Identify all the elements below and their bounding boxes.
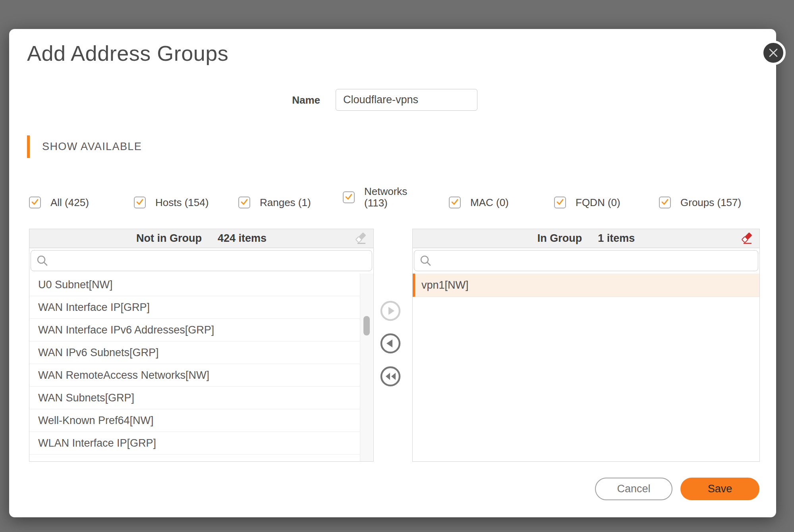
filter-label: FQDN (0): [576, 197, 620, 209]
section-title: SHOW AVAILABLE: [42, 141, 142, 153]
not-in-group-header: Not in Group 424 items: [29, 229, 373, 248]
list-item[interactable]: WAN Interface IPv6 Addresses[GRP]: [29, 319, 360, 341]
list-item[interactable]: WLAN Interface IP[GRP]: [29, 432, 360, 455]
modal-overlay: Add Address Groups Name SHOW AVAILABLE A…: [0, 0, 794, 532]
search-icon: [419, 254, 433, 268]
arrow-right-circle-icon: [380, 300, 401, 322]
save-button[interactable]: Save: [680, 478, 759, 500]
checkbox-checked-icon[interactable]: [134, 197, 146, 208]
close-button[interactable]: [761, 40, 786, 65]
list-item-label: vpn1[NW]: [421, 279, 469, 291]
checkbox-checked-icon[interactable]: [29, 197, 41, 208]
filter-label: All (425): [50, 197, 89, 209]
scrollbar-thumb[interactable]: [363, 316, 370, 335]
in-group-search: [414, 250, 758, 271]
add-address-groups-dialog: Add Address Groups Name SHOW AVAILABLE A…: [9, 29, 776, 517]
search-icon: [36, 254, 49, 268]
dialog-title: Add Address Groups: [27, 41, 228, 66]
clear-in-group-button[interactable]: [740, 231, 754, 246]
remove-all-from-group-button[interactable]: [380, 366, 401, 387]
list-item-label: WAN RemoteAccess Networks[NW]: [38, 369, 209, 382]
list-item[interactable]: WAN RemoteAccess Networks[NW]: [29, 364, 360, 387]
in-group-panel: In Group 1 items: [412, 229, 760, 462]
cancel-button[interactable]: Cancel: [595, 478, 672, 500]
checkbox-checked-icon[interactable]: [449, 197, 461, 208]
filter-label: Groups (157): [680, 197, 741, 209]
in-group-header: In Group 1 items: [413, 229, 759, 248]
list-item[interactable]: WAN IPv6 Subnets[GRP]: [29, 341, 360, 364]
list-item[interactable]: U0 Subnet[NW]: [29, 274, 360, 296]
not-in-group-search: [31, 250, 372, 271]
list-item[interactable]: WAN Interface IP[GRP]: [29, 296, 360, 319]
list-item[interactable]: vpn1[NW]: [413, 274, 759, 297]
list-item-label: U0 Subnet[NW]: [38, 279, 113, 291]
filter-checkbox-item[interactable]: Networks (113): [343, 185, 420, 210]
filter-label: Hosts (154): [155, 197, 209, 209]
filter-checkbox-item[interactable]: All (425): [29, 196, 89, 209]
filter-checkbox-item[interactable]: Ranges (1): [238, 196, 311, 209]
checkbox-checked-icon[interactable]: [343, 191, 355, 203]
double-arrow-left-circle-icon: [380, 366, 401, 387]
in-group-list: vpn1[NW]: [413, 274, 759, 461]
list-item[interactable]: Well-Known Pref64[NW]: [29, 409, 360, 432]
close-icon: [765, 44, 782, 62]
filter-label: Ranges (1): [260, 197, 311, 209]
list-item-label: WAN Subnets[GRP]: [38, 392, 134, 404]
panel-count: 1 items: [598, 232, 635, 245]
name-label: Name: [247, 93, 320, 107]
filter-checkbox-item[interactable]: MAC (0): [449, 196, 509, 209]
filter-checkbox-item[interactable]: Hosts (154): [134, 196, 209, 209]
filter-checkbox-item[interactable]: FQDN (0): [554, 196, 620, 209]
section-accent-bar: [27, 135, 30, 158]
list-item-label: WAN Interface IP[GRP]: [38, 301, 150, 314]
panel-title: Not in Group: [136, 232, 202, 245]
eraser-icon: [741, 231, 753, 245]
list-item-label: Well-Known Pref64[NW]: [38, 414, 154, 427]
not-in-group-panel: Not in Group 424 items: [29, 229, 374, 462]
name-input[interactable]: [336, 89, 477, 111]
list-item-label: WAN Interface IPv6 Addresses[GRP]: [38, 324, 214, 336]
filter-label: Networks (113): [364, 186, 420, 209]
arrow-left-circle-icon: [380, 333, 401, 354]
panel-title: In Group: [537, 232, 582, 245]
eraser-icon: [355, 231, 367, 245]
scrollbar-track[interactable]: [360, 274, 373, 461]
not-in-group-search-input[interactable]: [52, 251, 369, 272]
filter-checkbox-item[interactable]: Groups (157): [659, 196, 741, 209]
remove-from-group-button[interactable]: [380, 333, 401, 354]
move-to-group-button[interactable]: [380, 300, 401, 322]
checkbox-checked-icon[interactable]: [238, 197, 250, 208]
list-item[interactable]: WAN Subnets[GRP]: [29, 387, 360, 409]
checkbox-checked-icon[interactable]: [659, 197, 671, 208]
list-item-label: WAN IPv6 Subnets[GRP]: [38, 347, 159, 359]
filter-label: MAC (0): [470, 197, 509, 209]
checkbox-checked-icon[interactable]: [554, 197, 566, 208]
list-item-label: WLAN Interface IP[GRP]: [38, 437, 156, 449]
panel-count: 424 items: [218, 232, 267, 245]
clear-not-in-group-button[interactable]: [354, 231, 368, 246]
in-group-search-input[interactable]: [435, 251, 755, 272]
not-in-group-list: U0 Subnet[NW] WAN Interface IP[GRP] WAN …: [29, 274, 360, 461]
